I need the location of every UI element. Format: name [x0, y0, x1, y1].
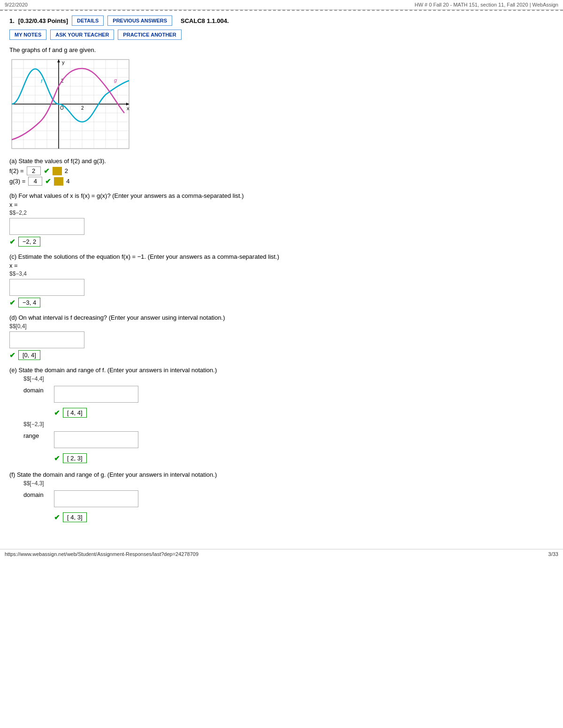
- graph-intro-text: The graphs of f and g are given.: [9, 46, 554, 53]
- page-title: HW # 0 Fall 20 - MATH 151, section 11, F…: [415, 2, 558, 8]
- footer-page: 3/33: [548, 551, 558, 557]
- part-b-x-eq: x =: [9, 201, 18, 208]
- part-c-x-eq: x =: [9, 262, 18, 269]
- part-e-range-input[interactable]: [54, 431, 138, 448]
- part-d-section: (d) On what interval is f decreasing? (E…: [9, 314, 554, 360]
- g3-checkmark: ✔: [45, 177, 51, 186]
- part-a-label: (a) State the values of f(2) and g(3).: [9, 158, 554, 165]
- part-d-formula: $$[0,4]: [9, 323, 554, 330]
- part-c-formula: $$−3,4: [9, 270, 554, 277]
- svg-text:x: x: [127, 105, 129, 111]
- g3-correct-value: 4: [66, 178, 69, 185]
- part-e-domain-checkmark: ✔: [54, 409, 60, 417]
- part-c-checkmark: ✔: [9, 299, 15, 307]
- graph-container: x y 2 2 O f g: [9, 57, 554, 151]
- part-e-range-formula: $$[−2,3]: [23, 421, 554, 428]
- part-e-section: (e) State the domain and range of f. (En…: [9, 367, 554, 465]
- part-c-input[interactable]: [9, 279, 84, 296]
- part-d-input[interactable]: [9, 331, 84, 348]
- details-button[interactable]: DETAILS: [72, 15, 104, 26]
- practice-another-button[interactable]: PRACTICE ANOTHER: [118, 30, 181, 40]
- part-b-input[interactable]: [9, 218, 84, 235]
- g3-equation: g(3) =: [9, 178, 25, 185]
- part-b-label: (b) For what values of x is f(x) = g(x)?…: [9, 192, 554, 199]
- footer-url: https://www.webassign.net/web/Student/As…: [5, 551, 198, 557]
- part-e-range-checkmark: ✔: [54, 454, 60, 463]
- range-label-e: range: [23, 429, 49, 439]
- part-f-domain-formula: $$[−4,3]: [23, 480, 554, 487]
- part-e-label: (e) State the domain and range of f. (En…: [9, 367, 554, 374]
- part-c-label: (c) Estimate the solutions of the equati…: [9, 253, 554, 260]
- part-e-range-correct: [ 2, 3]: [63, 453, 87, 463]
- part-c-section: (c) Estimate the solutions of the equati…: [9, 253, 554, 308]
- part-f-domain-checkmark: ✔: [54, 513, 60, 522]
- scalc-label: SCALC8 1.1.004.: [181, 17, 229, 24]
- question-number: 1.: [9, 17, 15, 24]
- part-f-label: (f) State the domain and range of g. (En…: [9, 471, 554, 478]
- previous-answers-button[interactable]: PREVIOUS ANSWERS: [107, 15, 172, 26]
- part-e-domain-correct: [ 4, 4]: [63, 408, 87, 418]
- part-c-correct: −3, 4: [18, 298, 40, 308]
- points-label: [0.32/0.43 Points]: [18, 17, 68, 24]
- svg-text:g: g: [114, 77, 117, 83]
- part-e-domain-input[interactable]: [54, 386, 138, 403]
- g3-icon: [54, 177, 63, 186]
- date-label: 9/22/2020: [5, 2, 28, 8]
- my-notes-button[interactable]: MY NOTES: [9, 30, 46, 40]
- part-a-section: (a) State the values of f(2) and g(3). f…: [9, 158, 554, 186]
- f2-correct-value: 2: [65, 167, 68, 174]
- part-b-correct: −2, 2: [18, 237, 40, 247]
- domain-label-e: domain: [23, 384, 49, 394]
- part-f-domain-input[interactable]: [54, 490, 138, 507]
- part-b-section: (b) For what values of x is f(x) = g(x)?…: [9, 192, 554, 247]
- part-b-formula: $$−2,2: [9, 210, 554, 216]
- part-d-checkmark: ✔: [9, 351, 15, 360]
- f2-checkmark: ✔: [44, 167, 50, 175]
- ask-teacher-button[interactable]: ASK YOUR TEACHER: [50, 30, 114, 40]
- part-b-checkmark: ✔: [9, 238, 15, 246]
- domain-label-f: domain: [23, 488, 49, 498]
- f2-icon: [53, 167, 62, 175]
- f2-equation: f(2) =: [9, 167, 24, 174]
- g3-answer-box: 4: [28, 177, 42, 186]
- part-d-label: (d) On what interval is f decreasing? (E…: [9, 314, 554, 321]
- svg-text:y: y: [62, 60, 65, 65]
- part-e-domain-formula: $$[−4,4]: [23, 375, 554, 382]
- part-f-section: (f) State the domain and range of g. (En…: [9, 471, 554, 524]
- f2-answer-box: 2: [27, 166, 41, 175]
- part-d-correct: [0, 4]: [18, 350, 40, 360]
- svg-text:2: 2: [81, 105, 84, 111]
- part-f-domain-correct: [ 4, 3]: [63, 512, 87, 522]
